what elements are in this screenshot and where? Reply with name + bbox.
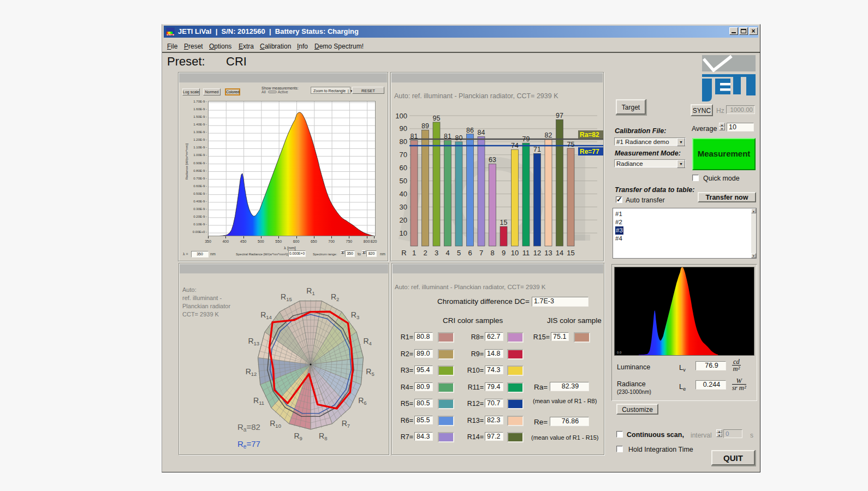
svg-text:89: 89	[421, 122, 429, 130]
svg-text:14: 14	[556, 249, 563, 257]
svg-text:80: 80	[455, 134, 463, 142]
svg-text:12: 12	[533, 249, 541, 257]
svg-text:6: 6	[468, 249, 472, 257]
svg-text:82: 82	[545, 131, 552, 139]
svg-text:100: 100	[395, 112, 407, 120]
svg-text:1: 1	[412, 249, 416, 257]
svg-text:R14: R14	[260, 310, 272, 320]
svg-text:Re=77: Re=77	[237, 439, 260, 450]
svg-text:4: 4	[445, 249, 449, 257]
svg-text:R3: R3	[351, 310, 359, 320]
svg-text:8: 8	[490, 249, 494, 257]
svg-text:30: 30	[400, 203, 407, 211]
svg-text:95: 95	[433, 115, 441, 122]
svg-text:9: 9	[502, 249, 506, 257]
svg-text:81: 81	[444, 133, 451, 140]
svg-text:74: 74	[511, 142, 519, 149]
svg-text:15: 15	[500, 219, 508, 226]
svg-text:71: 71	[533, 146, 541, 153]
svg-text:R9: R9	[294, 432, 302, 441]
svg-text:86: 86	[466, 127, 474, 134]
svg-text:0.0: 0.0	[617, 351, 622, 354]
svg-text:10: 10	[511, 249, 519, 257]
svg-text:R10: R10	[270, 419, 281, 429]
svg-text:3: 3	[435, 249, 438, 257]
svg-text:15: 15	[567, 249, 574, 257]
svg-text:75: 75	[567, 141, 575, 148]
svg-text:2: 2	[423, 249, 427, 257]
svg-text:R4: R4	[363, 337, 371, 346]
svg-text:5: 5	[457, 249, 461, 257]
svg-text:20: 20	[400, 216, 407, 224]
svg-text:R1: R1	[306, 286, 314, 296]
svg-text:63: 63	[489, 156, 496, 164]
svg-text:70: 70	[400, 151, 407, 159]
svg-text:10: 10	[400, 229, 407, 237]
svg-text:R: R	[401, 249, 406, 257]
svg-text:R6: R6	[358, 396, 366, 406]
svg-text:80: 80	[400, 137, 407, 146]
svg-text:7: 7	[479, 249, 483, 257]
svg-text:R7: R7	[342, 419, 350, 429]
svg-text:R15: R15	[281, 292, 292, 302]
svg-text:R5: R5	[366, 367, 374, 377]
svg-text:Re=77: Re=77	[580, 148, 599, 155]
svg-text:40: 40	[400, 190, 407, 198]
svg-text:R12: R12	[246, 367, 257, 377]
svg-text:90: 90	[400, 124, 407, 133]
svg-text:R11: R11	[253, 396, 264, 406]
svg-text:84: 84	[478, 129, 485, 136]
svg-text:13: 13	[544, 249, 552, 257]
svg-text:R2: R2	[331, 292, 339, 302]
svg-text:50: 50	[400, 177, 407, 185]
svg-text:60: 60	[400, 164, 407, 172]
svg-text:79: 79	[522, 135, 530, 143]
svg-text:81: 81	[411, 133, 418, 140]
svg-text:R8: R8	[319, 432, 327, 441]
svg-text:97: 97	[556, 112, 563, 119]
svg-text:R13: R13	[248, 337, 259, 346]
svg-text:11: 11	[522, 249, 530, 257]
svg-text:Ra=82: Ra=82	[580, 131, 599, 139]
svg-text:Ra=82: Ra=82	[237, 422, 260, 433]
